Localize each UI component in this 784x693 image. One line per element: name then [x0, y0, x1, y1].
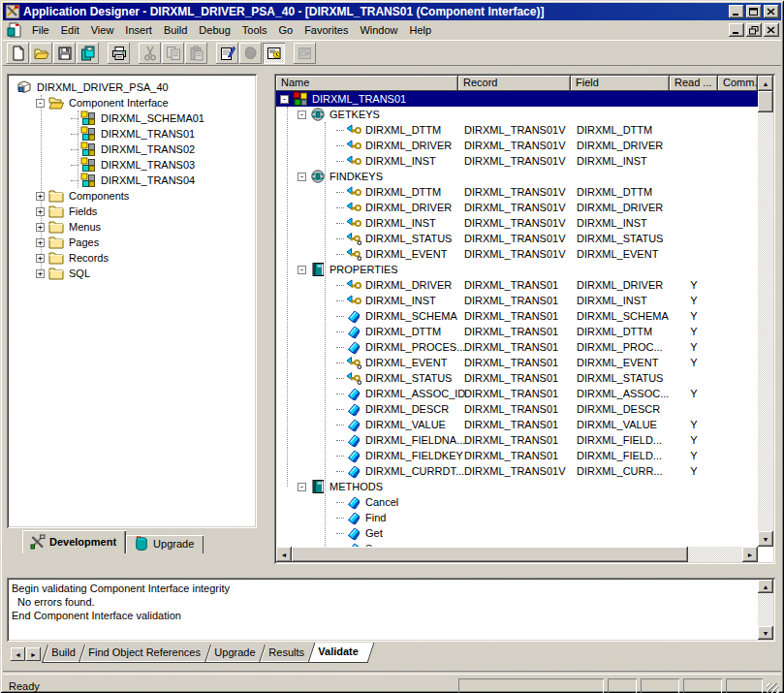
grid-row-dirxml-dttm[interactable]: DIRXML_DTTMDIRXML_TRANS01VDIRXML_DTTM: [276, 122, 758, 138]
tab-upgrade[interactable]: Upgrade: [126, 535, 204, 553]
grid-row-get[interactable]: Get: [276, 525, 758, 541]
grid-row-dirxml-driver[interactable]: DIRXML_DRIVERDIRXML_TRANS01VDIRXML_DRIVE…: [276, 138, 758, 153]
collapse-box[interactable]: -: [298, 110, 306, 119]
grid-row-dirxml-proces[interactable]: DIRXML_PROCES...DIRXML_TRANS01DIRXML_PRO…: [276, 339, 758, 355]
menu-window[interactable]: Window: [354, 22, 403, 38]
menu-insert[interactable]: Insert: [119, 22, 158, 38]
paste-button[interactable]: [185, 43, 207, 64]
grid-row-dirxml-inst[interactable]: DIRXML_INSTDIRXML_TRANS01VDIRXML_INST: [276, 215, 758, 231]
tree-item-components[interactable]: +Components: [11, 188, 253, 204]
menu-debug[interactable]: Debug: [193, 22, 235, 38]
grid-row-dirxml-inst[interactable]: DIRXML_INSTDIRXML_TRANS01VDIRXML_INST: [276, 153, 758, 169]
grid-row-cancel[interactable]: Cancel: [276, 494, 758, 510]
scrollbar-thumb[interactable]: [758, 91, 773, 112]
tree-item-dirxml-trans01[interactable]: DIRXML_TRANS01: [11, 126, 253, 142]
grid-row-dirxml-driver[interactable]: DIRXML_DRIVERDIRXML_TRANS01DIRXML_DRIVER…: [276, 277, 758, 293]
grid-row-properties[interactable]: -PROPERTIES: [276, 262, 758, 277]
output-scrollbar[interactable]: ▲ ▼: [758, 580, 773, 640]
resize-grip[interactable]: [767, 683, 779, 693]
grid-row-dirxml-assoc-id[interactable]: DIRXML_ASSOC_IDDIRXML_TRANS01DIRXML_ASSO…: [276, 386, 758, 401]
peoplecode-button[interactable]: [239, 43, 262, 64]
collapse-box[interactable]: -: [298, 266, 306, 274]
grid-row-dirxml-status[interactable]: DIRXML_STATUSDIRXML_TRANS01DIRXML_STATUS: [276, 370, 758, 386]
grid-row-find[interactable]: Find: [276, 510, 758, 525]
scroll-right-button[interactable]: ►: [742, 547, 758, 562]
tree-item-component-interface[interactable]: -Component Interface: [11, 95, 253, 110]
menu-build[interactable]: Build: [158, 22, 193, 38]
column-header-name[interactable]: Name: [276, 76, 458, 91]
save-button[interactable]: [53, 43, 76, 64]
menu-help[interactable]: Help: [404, 22, 438, 38]
output-window-button[interactable]: [294, 43, 316, 64]
menu-view[interactable]: View: [85, 22, 120, 38]
print-button[interactable]: [108, 43, 130, 64]
grid-row-dirxml-fieldkey[interactable]: DIRXML_FIELDKEYDIRXML_TRANS01DIRXML_FIEL…: [276, 448, 758, 463]
horizontal-scrollbar[interactable]: ◄ ►: [276, 547, 758, 562]
tree-item-dirxml-trans02[interactable]: DIRXML_TRANS02: [11, 142, 253, 157]
tab-scroll-right-button[interactable]: ►: [26, 647, 41, 661]
expand-box[interactable]: +: [36, 207, 45, 216]
grid-row-dirxml-fieldna[interactable]: DIRXML_FIELDNA...DIRXML_TRANS01DIRXML_FI…: [276, 432, 758, 448]
grid-row-dirxml-dttm[interactable]: DIRXML_DTTMDIRXML_TRANS01VDIRXML_DTTM: [276, 184, 758, 200]
document-menu-icon[interactable]: [7, 22, 22, 38]
output-tab-find-object-references[interactable]: Find Object References: [78, 645, 216, 663]
child-close-button[interactable]: [764, 23, 779, 37]
collapse-box[interactable]: -: [298, 173, 306, 181]
save-all-button[interactable]: [77, 43, 99, 64]
minimize-button[interactable]: [729, 5, 744, 18]
tree-item-dirxml-trans03[interactable]: DIRXML_TRANS03: [11, 157, 253, 173]
vertical-scrollbar[interactable]: ▲ ▼: [758, 76, 773, 547]
column-header-read[interactable]: Read ...: [670, 76, 718, 91]
close-button[interactable]: [764, 5, 779, 18]
tree-item-pages[interactable]: +Pages: [11, 235, 253, 250]
grid-row-dirxml-trans01[interactable]: -DIRXML_TRANS01: [276, 91, 758, 107]
menu-go[interactable]: Go: [272, 22, 298, 38]
tree-item-dirxml-driver-psa-40[interactable]: DIRXML_DRIVER_PSA_40: [11, 79, 253, 95]
grid-row-dirxml-inst[interactable]: DIRXML_INSTDIRXML_TRANS01DIRXML_INSTY: [276, 293, 758, 308]
menu-tools[interactable]: Tools: [236, 22, 273, 38]
grid-row-dirxml-event[interactable]: DIRXML_EVENTDIRXML_TRANS01DIRXML_EVENTY: [276, 355, 758, 370]
object-properties-button[interactable]: [216, 43, 238, 64]
grid-row-dirxml-status[interactable]: DIRXML_STATUSDIRXML_TRANS01VDIRXML_STATU…: [276, 231, 758, 246]
collapse-box[interactable]: -: [36, 99, 45, 108]
new-document-button[interactable]: [7, 43, 29, 64]
open-folder-button[interactable]: [30, 43, 52, 64]
project-workspace-button[interactable]: [263, 43, 285, 64]
scroll-up-button[interactable]: ▲: [758, 76, 773, 91]
tab-scroll-left-button[interactable]: ◄: [11, 647, 25, 661]
tree-item-menus[interactable]: +Menus: [11, 219, 253, 235]
grid-row-getkeys[interactable]: -GETKEYS: [276, 107, 758, 122]
collapse-box[interactable]: -: [298, 483, 306, 491]
grid-row-dirxml-driver[interactable]: DIRXML_DRIVERDIRXML_TRANS01VDIRXML_DRIVE…: [276, 200, 758, 215]
menu-edit[interactable]: Edit: [55, 22, 85, 38]
output-tab-validate[interactable]: Validate: [308, 643, 374, 663]
tree-item-sql[interactable]: +SQL: [11, 266, 253, 281]
tree-item-fields[interactable]: +Fields: [11, 204, 253, 219]
tree-item-dirxml-schema01[interactable]: DIRXML_SCHEMA01: [11, 110, 253, 126]
grid-row-methods[interactable]: -METHODS: [276, 479, 758, 494]
scroll-down-button[interactable]: ▼: [758, 531, 773, 547]
expand-box[interactable]: +: [36, 223, 45, 232]
column-header-field[interactable]: Field: [571, 76, 670, 91]
collapse-box[interactable]: -: [280, 95, 289, 104]
column-header-record[interactable]: Record: [458, 76, 571, 91]
maximize-button[interactable]: [746, 5, 762, 18]
copy-button[interactable]: [162, 43, 184, 64]
grid-row-dirxml-value[interactable]: DIRXML_VALUEDIRXML_TRANS01DIRXML_VALUEY: [276, 417, 758, 432]
scroll-left-button[interactable]: ◄: [276, 547, 292, 562]
scrollbar-thumb[interactable]: [292, 547, 688, 562]
grid-row-dirxml-currdt[interactable]: DIRXML_CURRDT...DIRXML_TRANS01VDIRXML_CU…: [276, 463, 758, 479]
expand-box[interactable]: +: [36, 269, 45, 278]
grid-row-dirxml-descr[interactable]: DIRXML_DESCRDIRXML_TRANS01DIRXML_DESCR: [276, 401, 758, 417]
expand-box[interactable]: +: [36, 254, 45, 263]
grid-row-dirxml-dttm[interactable]: DIRXML_DTTMDIRXML_TRANS01DIRXML_DTTMY: [276, 324, 758, 339]
grid-row-dirxml-event[interactable]: DIRXML_EVENTDIRXML_TRANS01VDIRXML_EVENT: [276, 246, 758, 262]
child-restore-button[interactable]: [746, 23, 762, 37]
expand-box[interactable]: +: [36, 238, 45, 247]
grid-row-dirxml-schema[interactable]: DIRXML_SCHEMADIRXML_TRANS01DIRXML_SCHEMA…: [276, 308, 758, 324]
tree-item-records[interactable]: +Records: [11, 250, 253, 266]
tree-item-dirxml-trans04[interactable]: DIRXML_TRANS04: [11, 173, 253, 188]
scroll-down-button[interactable]: ▼: [758, 626, 773, 640]
expand-box[interactable]: +: [36, 192, 45, 201]
grid-row-findkeys[interactable]: -FINDKEYS: [276, 169, 758, 184]
